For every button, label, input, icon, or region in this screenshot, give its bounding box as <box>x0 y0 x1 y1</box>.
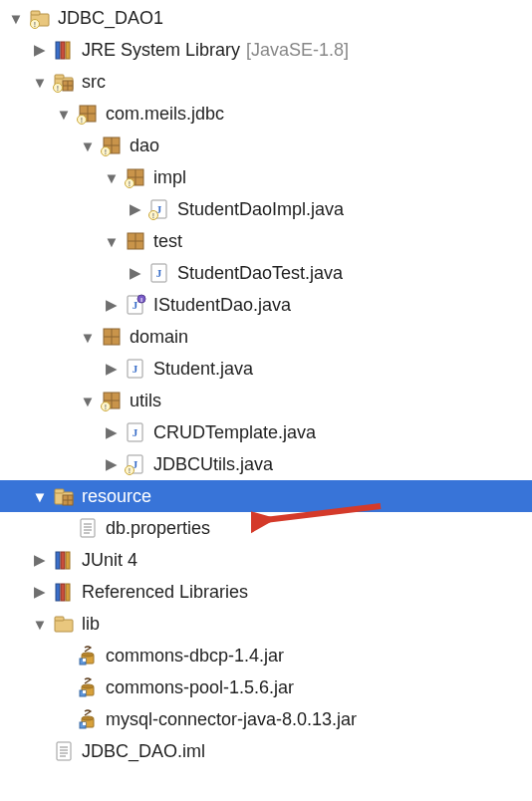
twisty-collapsed-icon[interactable]: ▶ <box>102 454 122 474</box>
twisty-collapsed-icon[interactable]: ▶ <box>126 199 145 219</box>
text-file-icon <box>52 739 76 763</box>
tree-item-istudent-dao[interactable]: ▶ IStudentDao.java <box>0 289 532 321</box>
project-folder-icon <box>28 6 52 30</box>
twisty-expanded-icon[interactable]: ▼ <box>54 104 74 124</box>
twisty-collapsed-icon[interactable]: ▶ <box>102 422 122 442</box>
twisty-expanded-icon[interactable]: ▼ <box>6 8 26 28</box>
tree-item-domain[interactable]: ▼ domain <box>0 321 532 353</box>
tree-item-jar-mysql[interactable]: ▶ mysql-connector-java-8.0.13.jar <box>0 703 532 735</box>
jar-icon <box>76 707 100 731</box>
twisty-collapsed-icon[interactable]: ▶ <box>30 550 50 570</box>
library-icon <box>52 548 76 572</box>
domain-label: domain <box>130 327 188 348</box>
package-icon <box>100 325 124 349</box>
twisty-expanded-icon[interactable]: ▼ <box>78 327 98 347</box>
twisty-expanded-icon[interactable]: ▼ <box>30 72 50 92</box>
file-label: StudentDaoImpl.java <box>177 199 344 220</box>
tree-item-jdbc-utils[interactable]: ▶ JDBCUtils.java <box>0 448 532 480</box>
package-icon <box>124 165 147 189</box>
tree-item-dao[interactable]: ▼ dao <box>0 130 532 161</box>
java-file-icon <box>147 261 171 285</box>
twisty-collapsed-icon[interactable]: ▶ <box>30 40 50 60</box>
twisty-collapsed-icon[interactable]: ▶ <box>30 582 50 602</box>
package-icon <box>100 134 124 157</box>
tree-item-src[interactable]: ▼ src <box>0 66 532 98</box>
lib-label: lib <box>82 614 100 635</box>
tree-item-jar-dbcp[interactable]: ▶ commons-dbcp-1.4.jar <box>0 640 532 671</box>
ref-libs-label: Referenced Libraries <box>82 582 248 603</box>
tree-item-db-properties[interactable]: ▶ db.properties <box>0 512 532 544</box>
tree-item-student[interactable]: ▶ Student.java <box>0 353 532 385</box>
file-label: JDBC_DAO.iml <box>82 741 205 762</box>
twisty-expanded-icon[interactable]: ▼ <box>78 391 98 410</box>
tree-item-project[interactable]: ▼ JDBC_DAO1 <box>0 2 532 34</box>
tree-item-iml[interactable]: ▶ JDBC_DAO.iml <box>0 735 532 767</box>
java-interface-icon <box>124 293 147 317</box>
java-file-icon <box>147 197 171 221</box>
tree-item-jre[interactable]: ▶ JRE System Library [JavaSE-1.8] <box>0 34 532 66</box>
tree-item-student-dao-test[interactable]: ▶ StudentDaoTest.java <box>0 257 532 289</box>
tree-item-test[interactable]: ▼ test <box>0 225 532 257</box>
twisty-collapsed-icon[interactable]: ▶ <box>102 359 122 379</box>
test-label: test <box>153 231 182 252</box>
twisty-expanded-icon[interactable]: ▼ <box>78 135 98 155</box>
src-label: src <box>82 72 106 93</box>
dao-label: dao <box>130 135 159 156</box>
impl-label: impl <box>153 167 186 188</box>
tree-item-lib[interactable]: ▼ lib <box>0 608 532 640</box>
file-label: IStudentDao.java <box>153 295 291 316</box>
tree-item-jar-pool[interactable]: ▶ commons-pool-1.5.6.jar <box>0 671 532 703</box>
twisty-expanded-icon[interactable]: ▼ <box>102 231 122 251</box>
file-label: JDBCUtils.java <box>153 454 273 475</box>
file-label: CRUDTemplate.java <box>153 422 316 443</box>
tree-item-impl[interactable]: ▼ impl <box>0 161 532 193</box>
project-tree[interactable]: ▼ JDBC_DAO1 ▶ JRE System Library [JavaSE… <box>0 0 532 767</box>
jre-label: JRE System Library <box>82 40 240 61</box>
text-file-icon <box>76 516 100 540</box>
jar-icon <box>76 644 100 668</box>
file-label: mysql-connector-java-8.0.13.jar <box>106 709 357 730</box>
twisty-expanded-icon[interactable]: ▼ <box>30 486 50 506</box>
jre-version-label: [JavaSE-1.8] <box>246 40 349 61</box>
file-label: StudentDaoTest.java <box>177 263 343 284</box>
file-label: commons-pool-1.5.6.jar <box>106 677 294 698</box>
file-label: db.properties <box>106 518 210 539</box>
jar-icon <box>76 675 100 699</box>
tree-item-resource[interactable]: ▼ resource <box>0 480 532 512</box>
junit-label: JUnit 4 <box>82 550 137 571</box>
project-label: JDBC_DAO1 <box>58 8 163 29</box>
package-root-label: com.meils.jdbc <box>106 104 224 125</box>
tree-item-crud-template[interactable]: ▶ CRUDTemplate.java <box>0 416 532 448</box>
java-file-icon <box>124 357 147 381</box>
tree-item-junit[interactable]: ▶ JUnit 4 <box>0 544 532 576</box>
tree-item-referenced-libs[interactable]: ▶ Referenced Libraries <box>0 576 532 608</box>
library-icon <box>52 38 76 62</box>
tree-item-package-root[interactable]: ▼ com.meils.jdbc <box>0 98 532 130</box>
utils-label: utils <box>130 391 161 411</box>
twisty-collapsed-icon[interactable]: ▶ <box>102 295 122 315</box>
tree-item-utils[interactable]: ▼ utils <box>0 385 532 416</box>
file-label: commons-dbcp-1.4.jar <box>106 646 284 667</box>
twisty-expanded-icon[interactable]: ▼ <box>30 614 50 634</box>
package-icon <box>76 102 100 126</box>
resource-folder-icon <box>52 484 76 508</box>
file-label: Student.java <box>153 359 253 380</box>
tree-item-student-dao-impl[interactable]: ▶ StudentDaoImpl.java <box>0 193 532 225</box>
twisty-collapsed-icon[interactable]: ▶ <box>126 263 145 283</box>
resource-label: resource <box>82 486 151 507</box>
source-folder-icon <box>52 70 76 94</box>
package-icon <box>100 389 124 412</box>
folder-icon <box>52 612 76 636</box>
twisty-expanded-icon[interactable]: ▼ <box>102 167 122 187</box>
java-file-icon <box>124 420 147 444</box>
java-file-icon <box>124 452 147 476</box>
library-icon <box>52 580 76 604</box>
package-icon <box>124 229 147 253</box>
